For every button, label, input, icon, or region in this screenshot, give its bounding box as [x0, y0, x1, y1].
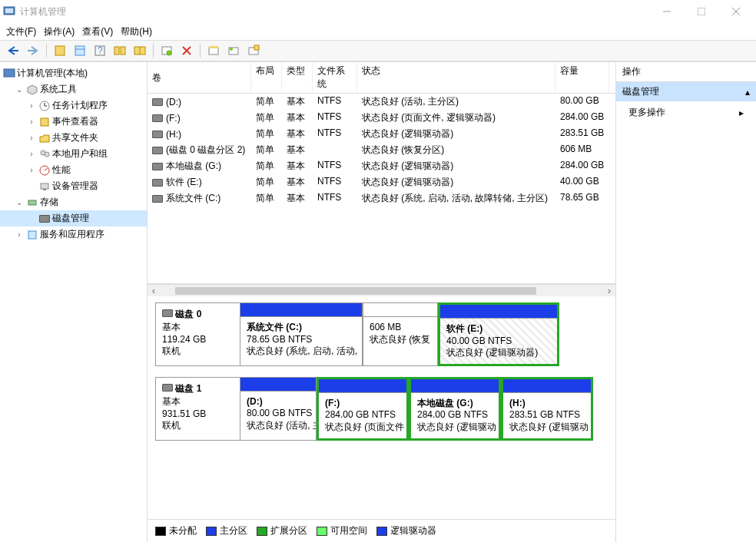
tool-btn-7[interactable]: [205, 42, 222, 59]
col-type[interactable]: 类型: [282, 62, 313, 93]
volume-capacity: 283.51 GB: [555, 127, 609, 141]
disk-info[interactable]: 磁盘 0基本119.24 GB联机: [155, 302, 240, 366]
col-volume[interactable]: 卷: [148, 62, 251, 93]
disk-row: 磁盘 1基本931.51 GB联机(D:)80.00 GB NTFS状态良好 (…: [155, 377, 608, 441]
tool-btn-4[interactable]: [111, 42, 128, 59]
volume-icon: [152, 114, 163, 122]
partition[interactable]: (H:)283.51 GB NTFS状态良好 (逻辑驱动: [501, 377, 593, 441]
tree-disk-management[interactable]: 磁盘管理: [0, 210, 147, 226]
volume-list-header[interactable]: 卷 布局 类型 文件系统 状态 容量: [148, 62, 615, 94]
disk-title: 磁盘 1: [175, 383, 201, 394]
col-filesystem[interactable]: 文件系统: [313, 62, 357, 93]
tree-services-apps[interactable]: ›服务和应用程序: [0, 226, 147, 243]
tree-root[interactable]: 计算机管理(本地): [0, 65, 147, 81]
tool-btn-2[interactable]: [71, 42, 88, 59]
disk-title: 磁盘 0: [175, 309, 201, 319]
volume-status: 状态良好 (逻辑驱动器): [357, 175, 555, 190]
volume-layout: 简单: [251, 94, 282, 109]
tree-task-scheduler[interactable]: ›任务计划程序: [0, 97, 147, 114]
tool-btn-8[interactable]: [225, 42, 242, 59]
horizontal-scrollbar[interactable]: ‹›: [148, 284, 615, 296]
volume-type: 基本: [282, 94, 313, 109]
volume-name: 本地磁盘 (G:): [166, 160, 221, 173]
menu-file[interactable]: 文件(F): [6, 25, 36, 38]
back-button[interactable]: [5, 42, 22, 59]
volume-list[interactable]: 卷 布局 类型 文件系统 状态 容量 (D:)简单基本NTFS状态良好 (活动,…: [148, 62, 615, 284]
volume-name: (D:): [166, 97, 181, 107]
forward-button[interactable]: [25, 42, 41, 59]
tree-event-viewer[interactable]: ›事件查看器: [0, 114, 147, 130]
partition-status: 状态良好 (逻辑驱动: [417, 421, 496, 432]
maximize-button[interactable]: [684, 0, 718, 23]
partition[interactable]: (F:)284.00 GB NTFS状态良好 (页面文件: [317, 377, 409, 441]
minimize-button[interactable]: [649, 0, 684, 23]
partition-size: 284.00 GB NTFS: [325, 409, 396, 420]
actions-more[interactable]: 更多操作▸: [616, 101, 756, 124]
tree-local-users[interactable]: ›本地用户和组: [0, 146, 147, 162]
disk-info[interactable]: 磁盘 1基本931.51 GB联机: [155, 377, 240, 441]
partition-size: 284.00 GB NTFS: [417, 409, 488, 420]
tree-shared-folders[interactable]: ›共享文件夹: [0, 130, 147, 146]
svg-rect-36: [41, 183, 48, 189]
partition-label: (D:): [247, 396, 263, 407]
partition-label: 本地磁盘 (G:): [417, 398, 473, 408]
delete-button[interactable]: [178, 42, 195, 59]
svg-rect-38: [28, 200, 36, 205]
volume-capacity: 78.65 GB: [555, 191, 609, 206]
navigation-tree[interactable]: 计算机管理(本地) ⌄系统工具 ›任务计划程序 ›事件查看器 ›共享文件夹 ›本…: [0, 62, 148, 542]
tool-btn-3[interactable]: ?: [91, 42, 108, 59]
partition[interactable]: 系统文件 (C:)78.65 GB NTFS状态良好 (系统, 启动, 活动,: [240, 302, 363, 366]
tree-system-tools[interactable]: ⌄系统工具: [0, 81, 147, 97]
tree-label: 性能: [52, 164, 71, 177]
svg-rect-22: [209, 46, 218, 48]
partition[interactable]: 606 MB状态良好 (恢复: [363, 302, 438, 366]
partition-size: 606 MB: [370, 322, 401, 332]
volume-status: 状态良好 (页面文件, 逻辑驱动器): [357, 111, 555, 125]
tree-label: 服务和应用程序: [40, 228, 104, 241]
tree-performance[interactable]: ›性能: [0, 162, 147, 178]
volume-row[interactable]: 软件 (E:)简单基本NTFS状态良好 (逻辑驱动器)40.00 GB: [148, 174, 615, 190]
svg-point-33: [45, 152, 49, 157]
actions-pane: 操作 磁盘管理▴ 更多操作▸: [616, 62, 756, 542]
partition[interactable]: 本地磁盘 (G:)284.00 GB NTFS状态良好 (逻辑驱动: [409, 377, 501, 441]
volume-row[interactable]: 本地磁盘 (G:)简单基本NTFS状态良好 (逻辑驱动器)284.00 GB: [148, 158, 615, 174]
volume-layout: 简单: [251, 143, 282, 157]
tree-device-manager[interactable]: 设备管理器: [0, 178, 147, 194]
tool-btn-5[interactable]: [131, 42, 148, 59]
partition[interactable]: (D:)80.00 GB NTFS状态良好 (活动, 主: [240, 377, 317, 441]
volume-name: 系统文件 (C:): [166, 192, 220, 205]
col-status[interactable]: 状态: [357, 62, 555, 93]
volume-row[interactable]: 系统文件 (C:)简单基本NTFS状态良好 (系统, 启动, 活动, 故障转储,…: [148, 190, 615, 207]
svg-rect-3: [698, 8, 705, 15]
tool-btn-6[interactable]: [158, 42, 175, 59]
col-layout[interactable]: 布局: [251, 62, 282, 93]
tool-btn-9[interactable]: [245, 42, 262, 59]
svg-rect-31: [41, 118, 48, 126]
disk-state: 联机: [162, 345, 181, 356]
close-button[interactable]: [718, 0, 753, 23]
volume-row[interactable]: (D:)简单基本NTFS状态良好 (活动, 主分区)80.00 GB: [148, 94, 615, 110]
partition[interactable]: 软件 (E:)40.00 GB NTFS状态良好 (逻辑驱动器): [438, 302, 559, 366]
tool-btn-1[interactable]: [51, 42, 68, 59]
legend-primary: 主分区: [220, 525, 247, 536]
volume-layout: 简单: [251, 191, 282, 206]
actions-section-diskmgmt[interactable]: 磁盘管理▴: [616, 82, 756, 101]
menu-view[interactable]: 查看(V): [82, 25, 113, 38]
volume-name: (磁盘 0 磁盘分区 2): [166, 144, 245, 157]
svg-rect-39: [28, 231, 36, 239]
volume-row[interactable]: (H:)简单基本NTFS状态良好 (逻辑驱动器)283.51 GB: [148, 126, 615, 142]
volume-name: (H:): [166, 129, 181, 140]
volume-row[interactable]: (F:)简单基本NTFS状态良好 (页面文件, 逻辑驱动器)284.00 GB: [148, 110, 615, 126]
menu-help[interactable]: 帮助(H): [121, 25, 152, 38]
volume-icon: [152, 195, 163, 203]
disk-graphical-view[interactable]: 磁盘 0基本119.24 GB联机系统文件 (C:)78.65 GB NTFS状…: [148, 296, 615, 519]
menu-action[interactable]: 操作(A): [44, 25, 75, 38]
volume-layout: 简单: [251, 175, 282, 190]
volume-row[interactable]: (磁盘 0 磁盘分区 2)简单基本状态良好 (恢复分区)606 MB: [148, 142, 615, 158]
partition-status: 状态良好 (页面文件: [325, 421, 404, 432]
col-capacity[interactable]: 容量: [555, 62, 609, 93]
volume-icon: [152, 98, 163, 106]
volume-fs: NTFS: [313, 127, 357, 141]
partition-status: 状态良好 (活动, 主: [247, 420, 316, 431]
tree-storage[interactable]: ⌄存储: [0, 194, 147, 210]
